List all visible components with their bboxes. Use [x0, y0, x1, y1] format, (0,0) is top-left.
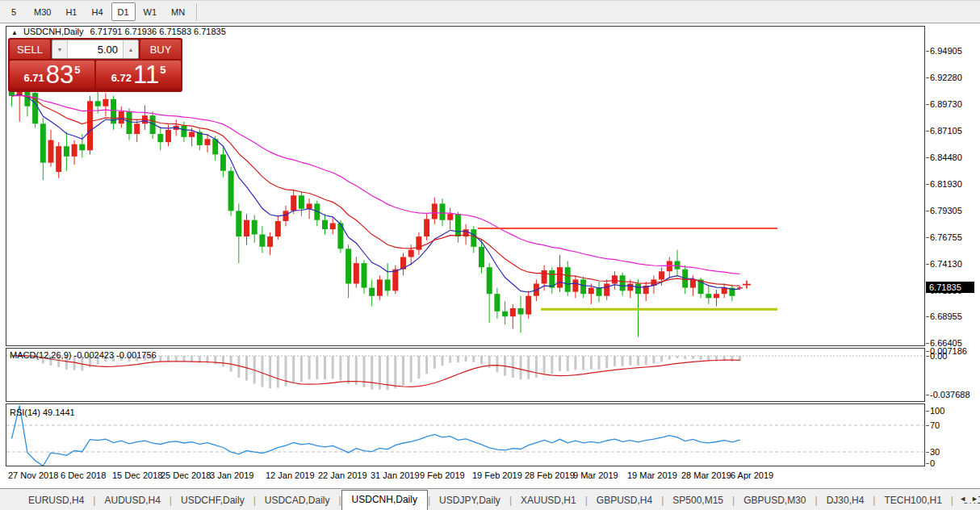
rsi-pane[interactable] — [6, 403, 925, 466]
timeframe-button-5[interactable]: 5 — [2, 2, 26, 21]
rsi-axis-label: 0 — [930, 458, 935, 468]
chart-title: ▲ USDCNH,Daily 6.71791 6.71936 6.71583 6… — [11, 27, 226, 36]
toolbar-separator — [196, 3, 198, 21]
buy-button[interactable]: BUY — [140, 40, 181, 59]
chart-symbol-label: USDCNH,Daily — [23, 27, 84, 36]
price-axis-label: 6.79305 — [930, 206, 962, 215]
chart-ohlc-values: 6.71791 6.71936 6.71583 6.71835 — [90, 27, 226, 36]
timeframe-button-m30[interactable]: M30 — [27, 2, 57, 21]
date-label: 3 Jan 2019 — [210, 470, 253, 480]
tab-usdcad-daily[interactable]: USDCAD,Daily — [256, 491, 339, 510]
timeframe-button-mn[interactable]: MN — [165, 2, 191, 21]
date-label: 25 Dec 2018 — [161, 470, 211, 480]
rsi-axis-label: 100 — [930, 406, 944, 416]
price-axis-label: 6.81930 — [930, 179, 962, 189]
date-label: 27 Nov 2018 — [8, 470, 58, 480]
rsi-line — [12, 405, 740, 466]
timeframe-button-h4[interactable]: H4 — [85, 2, 109, 21]
date-label: 19 Mar 2019 — [627, 470, 677, 480]
rsi-indicator-label: RSI(14) 49.1441 — [10, 408, 75, 417]
date-label: 9 Mar 2019 — [573, 470, 618, 480]
date-label: 12 Jan 2019 — [266, 470, 315, 480]
date-label: 6 Apr 2019 — [731, 470, 773, 480]
tab-usdjpy-daily[interactable]: USDJPY,Daily — [430, 491, 509, 510]
volume-increase-button[interactable]: ▲ — [123, 40, 138, 58]
tab-eurusd-h4[interactable]: EURUSD,H4 — [19, 491, 93, 510]
timeframe-button-d1[interactable]: D1 — [111, 2, 136, 21]
price-axis-label: 6.74130 — [930, 259, 962, 269]
one-click-trading-widget: SELL ▼ 5.00 ▲ BUY 6.71 83 5 6.72 11 5 — [8, 38, 182, 92]
tab-audusd-h4[interactable]: AUDUSD,H4 — [95, 491, 169, 510]
price-axis-label: 6.87105 — [930, 126, 962, 136]
tab-scroll-arrows: ◄► — [956, 495, 978, 503]
price-axis-label: 6.68955 — [930, 311, 962, 321]
tab-usdchf-daily[interactable]: USDCHF,Daily — [172, 491, 253, 510]
volume-decrease-button[interactable]: ▼ — [52, 40, 68, 58]
tab-gbpusd-m30[interactable]: GBPUSD,M30 — [735, 491, 815, 510]
date-label: 9 Feb 2019 — [420, 470, 465, 480]
macd-indicator-label: MACD(12,26,9) -0.002423 -0.001756 — [10, 350, 157, 360]
sell-button[interactable]: SELL — [10, 40, 50, 59]
collapse-triangle-icon[interactable]: ▲ — [11, 29, 18, 36]
tab-scroll-left-icon[interactable]: ◄ — [959, 495, 966, 503]
price-tiles-row: 6.71 83 5 6.72 11 5 — [10, 61, 181, 89]
tab-usdcnh-daily[interactable]: USDCNH,Daily — [341, 490, 428, 510]
date-label: 15 Dec 2018 — [112, 470, 162, 480]
tab-gbpusd-h4[interactable]: GBPUSD,H4 — [588, 491, 661, 510]
sell-price-small: 6.71 — [23, 72, 44, 84]
rsi-chart[interactable] — [6, 404, 924, 466]
timeframe-button-h1[interactable]: H1 — [59, 2, 83, 21]
date-label: 6 Dec 2018 — [61, 470, 106, 480]
sell-price-big: 83 — [46, 62, 73, 87]
volume-input[interactable]: 5.00 — [68, 40, 123, 58]
date-label: 28 Feb 2019 — [525, 470, 575, 480]
chart-tab-bar: EURUSD,H4|AUDUSD,H4|USDCHF,Daily|USDCAD,… — [0, 488, 980, 510]
sell-price-sup: 5 — [74, 64, 80, 76]
date-label: 22 Jan 2019 — [318, 470, 367, 480]
ask-price-marker — [743, 281, 751, 289]
date-label: 31 Jan 2019 — [371, 470, 420, 480]
price-axis-label: 6.76755 — [930, 232, 962, 242]
buy-price-small: 6.72 — [111, 72, 132, 84]
tab-scroll-right-icon[interactable]: ► — [971, 495, 978, 503]
buy-price-tile[interactable]: 6.72 11 5 — [96, 61, 181, 89]
price-axis[interactable]: 6.949056.922806.897306.871056.844806.819… — [925, 24, 980, 488]
sell-price-tile[interactable]: 6.71 83 5 — [10, 61, 94, 89]
date-label: 28 Mar 2019 — [681, 470, 731, 480]
candlestick-series — [9, 61, 743, 337]
price-axis-label: 6.92280 — [930, 73, 962, 82]
arrow-down-icon: ▼ — [57, 47, 63, 52]
tab-dj30-h4[interactable]: DJ30,H4 — [818, 491, 873, 510]
rsi-axis-label: 70 — [930, 420, 940, 430]
date-axis[interactable]: 27 Nov 20186 Dec 201815 Dec 201825 Dec 2… — [6, 466, 925, 487]
tab-tech100-h1[interactable]: TECH100,H1 — [875, 491, 950, 510]
macd-axis-label: 0.00 — [930, 351, 947, 361]
date-label: 19 Feb 2019 — [472, 470, 522, 480]
price-axis-label: 6.89730 — [930, 99, 962, 109]
arrow-up-icon: ▲ — [128, 47, 134, 52]
tab-sp500-m15[interactable]: SP500,M15 — [664, 491, 732, 510]
volume-spinner: ▼ 5.00 ▲ — [52, 40, 139, 59]
rsi-axis-label: 30 — [930, 447, 940, 457]
macd-axis-label: -0.037688 — [930, 390, 970, 399]
price-axis-label: 6.94905 — [930, 46, 962, 56]
price-axis-label: 6.84480 — [930, 153, 962, 162]
buy-price-sup: 5 — [160, 64, 165, 76]
trade-controls-row: SELL ▼ 5.00 ▲ BUY — [10, 40, 181, 59]
timeframe-toolbar: 5M30H1H4D1W1MN — [0, 0, 980, 23]
buy-price-big: 11 — [133, 62, 159, 87]
timeframe-button-w1[interactable]: W1 — [137, 2, 164, 21]
tab-xauusd-h1[interactable]: XAUUSD,H1 — [512, 491, 585, 510]
macd-histogram — [10, 355, 741, 390]
current-price-tag: 6.71835 — [926, 282, 974, 293]
